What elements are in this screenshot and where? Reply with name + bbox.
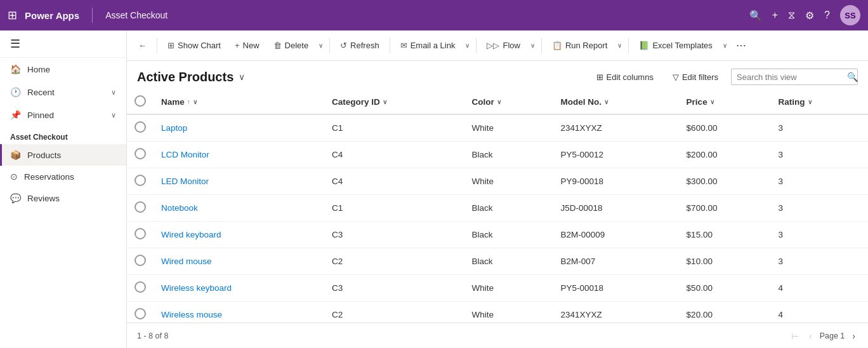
row-model-cell: B2M-007 <box>553 248 678 275</box>
category-id-header-label: Category ID <box>332 97 380 107</box>
sidebar-toggle-button[interactable]: ☰ <box>0 30 126 58</box>
edit-filters-button[interactable]: ▽ Edit filters <box>666 69 725 85</box>
delete-button[interactable]: 🗑 Delete <box>267 37 315 53</box>
row-category-cell: C2 <box>324 302 464 323</box>
table-body: Laptop C1 White 2341XYXZ $600.00 3 LCD M… <box>127 114 868 323</box>
run-report-button[interactable]: 📋 Run Report <box>546 37 614 53</box>
refresh-button[interactable]: ↺ Refresh <box>334 37 386 53</box>
row-model-cell: B2M-00009 <box>553 222 678 248</box>
row-price-cell: $10.00 <box>679 248 771 275</box>
row-checkbox[interactable] <box>135 255 146 266</box>
row-color-cell: Black <box>464 222 553 248</box>
row-checkbox[interactable] <box>135 308 146 319</box>
delete-dropdown-button[interactable]: ∨ <box>316 39 326 52</box>
view-header-right: ⊞ Edit columns ▽ Edit filters 🔍 <box>590 69 858 85</box>
row-category-cell: C1 <box>324 195 464 222</box>
settings-nav-icon[interactable]: ⚙ <box>805 10 814 22</box>
row-checkbox[interactable] <box>135 228 146 239</box>
sidebar-recent-label: Recent <box>27 88 105 97</box>
row-price-cell: $300.00 <box>679 168 771 195</box>
add-nav-icon[interactable]: + <box>772 10 778 21</box>
sidebar-item-pinned[interactable]: 📌 Pinned ∨ <box>0 104 126 126</box>
row-price-cell: $600.00 <box>679 114 771 142</box>
model-no-header-label: Model No. <box>560 97 602 107</box>
excel-dropdown-button[interactable]: ∨ <box>720 39 730 52</box>
row-category-cell: C4 <box>324 168 464 195</box>
model-no-column-header[interactable]: Model No. ∨ <box>553 90 678 114</box>
prev-page-button[interactable]: ‹ <box>806 328 815 344</box>
rating-column-header[interactable]: Rating ∨ <box>771 90 868 114</box>
flow-button[interactable]: ▷▷ Flow <box>480 37 526 53</box>
sidebar-home-label: Home <box>27 65 116 74</box>
color-dropdown-icon[interactable]: ∨ <box>497 98 501 105</box>
row-checkbox[interactable] <box>135 175 146 186</box>
row-name-link[interactable]: Wired mouse <box>161 257 212 266</box>
new-button[interactable]: + New <box>228 37 266 53</box>
run-report-dropdown-button[interactable]: ∨ <box>615 39 624 52</box>
row-name-link[interactable]: LED Monitor <box>161 177 209 186</box>
row-model-cell: 2341XYXZ <box>553 302 678 323</box>
edit-columns-button[interactable]: ⊞ Edit columns <box>590 69 660 85</box>
category-dropdown-icon[interactable]: ∨ <box>383 98 387 105</box>
first-page-button[interactable]: ⊢ <box>789 328 801 344</box>
sidebar-item-reviews[interactable]: 💬 Reviews <box>0 187 126 209</box>
products-table-container: Name ↑ ∨ Category ID ∨ <box>127 90 868 323</box>
name-column-header[interactable]: Name ↑ ∨ <box>154 90 324 114</box>
table-row: Wired mouse C2 Black B2M-007 $10.00 3 <box>127 248 868 275</box>
rating-dropdown-icon[interactable]: ∨ <box>808 98 812 105</box>
search-input[interactable] <box>737 72 843 82</box>
email-link-button[interactable]: ✉ Email a Link <box>394 37 462 53</box>
price-column-header[interactable]: Price ∨ <box>679 90 771 114</box>
name-sort-icon: ↑ <box>187 98 190 105</box>
nav-divider <box>92 8 93 23</box>
toolbar: ← ⊞ Show Chart + New 🗑 Delete ∨ ↺ Refr <box>127 30 868 61</box>
waffle-icon[interactable]: ⊞ <box>8 8 17 22</box>
name-header-label: Name <box>161 97 185 107</box>
sidebar-item-home[interactable]: 🏠 Home <box>0 58 126 81</box>
model-dropdown-icon[interactable]: ∨ <box>604 98 608 105</box>
row-price-cell: $20.00 <box>679 302 771 323</box>
row-name-link[interactable]: Wired keyboard <box>161 230 221 239</box>
row-name-link[interactable]: Notebook <box>161 203 198 213</box>
row-color-cell: White <box>464 114 553 142</box>
sidebar-item-reservations[interactable]: ⊙ Reservations <box>0 166 126 187</box>
row-checkbox[interactable] <box>135 201 146 213</box>
row-name-link[interactable]: Laptop <box>161 123 187 133</box>
show-chart-label: Show Chart <box>178 41 221 50</box>
email-link-dropdown-button[interactable]: ∨ <box>463 39 472 52</box>
row-checkbox[interactable] <box>135 148 146 159</box>
sidebar-item-recent[interactable]: 🕐 Recent ∨ <box>0 81 126 104</box>
pinned-arrow-icon: ∨ <box>111 111 116 119</box>
excel-icon: 📗 <box>639 41 649 50</box>
row-checkbox[interactable] <box>135 281 146 293</box>
excel-templates-button[interactable]: 📗 Excel Templates <box>633 37 718 53</box>
user-avatar[interactable]: SS <box>840 5 860 25</box>
sidebar-pinned-label: Pinned <box>27 110 105 120</box>
color-column-header[interactable]: Color ∨ <box>464 90 553 114</box>
search-nav-icon[interactable]: 🔍 <box>749 10 762 22</box>
price-dropdown-icon[interactable]: ∨ <box>710 98 714 105</box>
toolbar-separator-4 <box>476 38 477 53</box>
category-id-column-header[interactable]: Category ID ∨ <box>324 90 464 114</box>
row-checkbox[interactable] <box>135 121 146 133</box>
view-title-dropdown-icon[interactable]: ∨ <box>239 72 245 82</box>
select-all-checkbox[interactable] <box>135 95 146 107</box>
flow-dropdown-button[interactable]: ∨ <box>528 39 537 52</box>
sidebar-section-label: Asset Checkout <box>0 126 126 144</box>
show-chart-button[interactable]: ⊞ Show Chart <box>161 37 227 53</box>
next-page-button[interactable]: › <box>850 328 858 344</box>
row-name-link[interactable]: LCD Monitor <box>161 150 209 159</box>
sidebar-item-products[interactable]: 📦 Products <box>0 144 126 166</box>
row-checkbox-cell <box>127 275 154 302</box>
row-name-link[interactable]: Wireless keyboard <box>161 283 232 293</box>
name-dropdown-icon[interactable]: ∨ <box>193 98 197 105</box>
row-name-link[interactable]: Wireless mouse <box>161 310 222 319</box>
row-category-cell: C2 <box>324 248 464 275</box>
run-report-label: Run Report <box>565 41 607 50</box>
filter-nav-icon[interactable]: ⧖ <box>788 10 795 21</box>
back-button[interactable]: ← <box>132 37 153 53</box>
help-nav-icon[interactable]: ? <box>824 10 830 21</box>
row-category-cell: C3 <box>324 275 464 302</box>
more-options-button[interactable]: ⋯ <box>731 36 751 55</box>
row-color-cell: White <box>464 302 553 323</box>
